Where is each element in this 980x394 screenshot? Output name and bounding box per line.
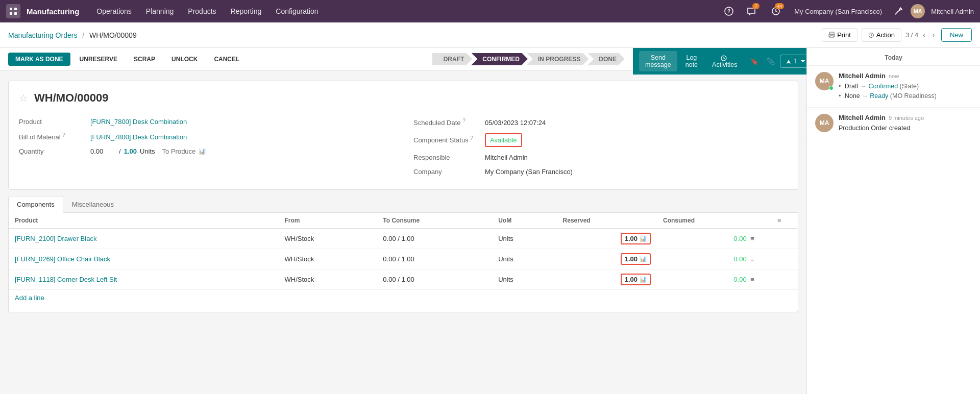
- breadcrumb-parent[interactable]: Manufacturing Orders: [8, 31, 77, 39]
- scheduled-date-row: Scheduled Date ? 05/03/2023 12:07:24: [413, 115, 788, 130]
- status-done: DONE: [587, 53, 625, 65]
- bom-field-row: Bill of Material ? [FURN_7800] Desk Comb…: [19, 129, 393, 144]
- favorite-star-icon[interactable]: ☆: [19, 92, 28, 104]
- order-number-title: WH/MO/00009: [34, 91, 109, 105]
- unreserve-button[interactable]: UNRESERVE: [72, 53, 125, 66]
- tab-components[interactable]: Components: [8, 196, 63, 213]
- svg-rect-0: [10, 8, 12, 10]
- app-grid-icon[interactable]: [6, 4, 20, 18]
- add-line-link[interactable]: Add a line: [9, 290, 51, 306]
- new-button[interactable]: New: [941, 28, 972, 42]
- action-bar: MARK AS DONE UNRESERVE SCRAP UNLOCK CANC…: [0, 48, 633, 70]
- col-product: Product: [9, 213, 278, 229]
- row-to-consume-3: 0.00 / 1.00: [377, 269, 492, 290]
- nav-reporting[interactable]: Reporting: [226, 0, 267, 22]
- consumed-list-icon-3[interactable]: ≡: [750, 276, 754, 283]
- row-to-consume-2: 0.00 / 1.00: [377, 249, 492, 269]
- support-icon[interactable]: ?: [721, 3, 737, 19]
- col-to-consume: To Consume: [377, 213, 492, 229]
- consumed-list-icon-2[interactable]: ≡: [750, 255, 754, 263]
- next-button[interactable]: ›: [930, 30, 937, 40]
- row-product-1[interactable]: [FURN_2100] Drawer Black: [9, 229, 278, 249]
- product-field-row: Product [FURN_7800] Desk Combination: [19, 115, 393, 129]
- chatter-time-1: now: [889, 73, 899, 79]
- nav-operations[interactable]: Operations: [91, 0, 136, 22]
- scheduled-date-value[interactable]: 05/03/2023 12:07:24: [485, 119, 546, 127]
- following-button[interactable]: 1 Following: [780, 55, 806, 68]
- tab-miscellaneous[interactable]: Miscellaneous: [63, 196, 122, 212]
- row-product-3[interactable]: [FURN_1118] Corner Desk Left Sit: [9, 269, 278, 290]
- chatter-time-2: 9 minutes ago: [889, 115, 924, 121]
- tools-icon[interactable]: [890, 3, 906, 19]
- content-area: MARK AS DONE UNRESERVE SCRAP UNLOCK CANC…: [0, 48, 806, 394]
- svg-rect-2: [10, 12, 12, 15]
- quantity-label: Quantity: [19, 147, 90, 155]
- chatter-user-2: Mitchell Admin: [839, 114, 886, 121]
- row-menu-2[interactable]: [761, 249, 798, 269]
- chatter-avatar-1: MA: [815, 72, 834, 90]
- table-row-1: [FURN_2100] Drawer Black WH/Stock 0.00 /…: [9, 229, 798, 249]
- reserved-chart-icon-3[interactable]: 📊: [640, 276, 647, 283]
- mark-as-done-button[interactable]: MARK AS DONE: [8, 53, 70, 66]
- row-uom-2: Units: [492, 249, 556, 269]
- cancel-button[interactable]: CANCEL: [207, 53, 247, 66]
- tabs: Components Miscellaneous: [8, 196, 798, 213]
- nav-planning[interactable]: Planning: [141, 0, 179, 22]
- row-from-3: WH/Stock: [278, 269, 377, 290]
- status-confirmed: CONFIRMED: [471, 53, 528, 65]
- paperclip-icon[interactable]: 📎: [764, 55, 778, 68]
- bom-value[interactable]: [FURN_7800] Desk Combination: [90, 133, 187, 141]
- form-card: ☆ WH/MO/00009 Product [FURN_7800] Desk C…: [8, 81, 798, 190]
- table-row-2: [FURN_0269] Office Chair Black WH/Stock …: [9, 249, 798, 269]
- action-button[interactable]: Action: [862, 28, 901, 42]
- log-note-button[interactable]: Log note: [679, 51, 704, 71]
- qty-done-input[interactable]: 0.00: [90, 147, 116, 155]
- bookmark-icon[interactable]: 🔖: [747, 55, 762, 68]
- qty-unit: Units: [140, 147, 155, 155]
- user-avatar[interactable]: MA: [911, 4, 925, 18]
- row-reserved-3[interactable]: 1.00 📊: [557, 269, 657, 290]
- row-consumed-1: 0.00 ≡: [657, 229, 761, 249]
- breadcrumb-bar: Manufacturing Orders / WH/MO/00009 Print…: [0, 22, 980, 48]
- row-menu-1[interactable]: [761, 229, 798, 249]
- prev-button[interactable]: ‹: [920, 30, 927, 40]
- activities-button[interactable]: Activities: [706, 51, 743, 71]
- app-name: Manufacturing: [27, 7, 79, 16]
- responsible-row: Responsible Mitchell Admin: [413, 151, 788, 165]
- row-consumed-2: 0.00 ≡: [657, 249, 761, 269]
- nav-products[interactable]: Products: [183, 0, 221, 22]
- forecast-chart-icon[interactable]: 📊: [199, 148, 206, 155]
- product-value[interactable]: [FURN_7800] Desk Combination: [90, 118, 187, 126]
- activities-icon[interactable]: 44: [768, 3, 784, 19]
- quantity-field-row: Quantity 0.00 / 1.00 Units To Produce 📊: [19, 144, 393, 159]
- messages-icon[interactable]: 7: [743, 3, 760, 19]
- scheduled-help-icon[interactable]: ?: [462, 118, 465, 124]
- consumed-list-icon-1[interactable]: ≡: [750, 235, 754, 242]
- component-status-row: Component Status ? Available: [413, 130, 788, 151]
- reserved-chart-icon-2[interactable]: 📊: [640, 256, 647, 262]
- row-to-consume-1: 0.00 / 1.00: [377, 229, 492, 249]
- company-value[interactable]: My Company (San Francisco): [485, 168, 573, 176]
- row-reserved-1[interactable]: 1.00 📊: [557, 229, 657, 249]
- svg-rect-7: [829, 32, 834, 34]
- row-product-2[interactable]: [FURN_0269] Office Chair Black: [9, 249, 278, 269]
- bom-help-icon[interactable]: ?: [62, 132, 65, 138]
- component-status-highlight: Available: [485, 133, 522, 147]
- company-row: Company My Company (San Francisco): [413, 165, 788, 179]
- col-settings[interactable]: ≡: [761, 213, 798, 229]
- main-layout: MARK AS DONE UNRESERVE SCRAP UNLOCK CANC…: [0, 48, 980, 394]
- reserved-chart-icon-1[interactable]: 📊: [640, 235, 647, 242]
- row-menu-3[interactable]: [761, 269, 798, 290]
- svg-rect-1: [14, 8, 17, 10]
- breadcrumb-current: WH/MO/00009: [89, 31, 137, 39]
- nav-configuration[interactable]: Configuration: [271, 0, 323, 22]
- row-reserved-2[interactable]: 1.00 📊: [557, 249, 657, 269]
- send-message-button[interactable]: Send message: [639, 51, 677, 71]
- scrap-button[interactable]: SCRAP: [127, 53, 162, 66]
- status-steps: DRAFT CONFIRMED IN PROGRESS DONE: [432, 53, 625, 65]
- component-help-icon[interactable]: ?: [470, 135, 473, 141]
- responsible-value[interactable]: Mitchell Admin: [485, 154, 528, 161]
- unlock-button[interactable]: UNLOCK: [164, 53, 205, 66]
- top-navigation: Manufacturing Operations Planning Produc…: [0, 0, 980, 22]
- print-button[interactable]: Print: [822, 28, 857, 42]
